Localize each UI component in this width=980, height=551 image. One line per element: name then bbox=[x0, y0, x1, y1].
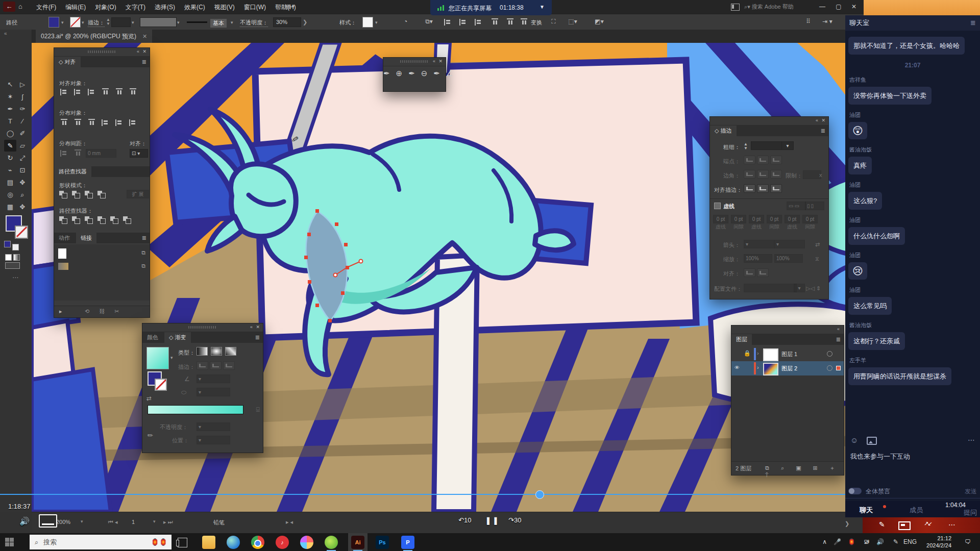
link-actions-icons[interactable]: ⟲ ⛓ ✂ bbox=[85, 308, 124, 315]
variable-width-profile[interactable] bbox=[140, 17, 177, 27]
align-middle-icon[interactable] bbox=[503, 19, 517, 27]
align-stroke-buttons[interactable] bbox=[744, 184, 783, 194]
annot-collapse-icon[interactable]: ❯ bbox=[845, 520, 849, 527]
panel-menu-icon[interactable]: ≣ bbox=[142, 59, 146, 65]
last-artboard-icon[interactable]: ▸ ⏭ bbox=[163, 519, 173, 525]
link-thumbnail[interactable] bbox=[58, 248, 66, 259]
bounding-box-icon[interactable]: ⛶ bbox=[549, 18, 558, 26]
dash-preset1[interactable]: ▭▭ bbox=[787, 202, 806, 210]
close-icon[interactable]: ✕ bbox=[821, 118, 825, 123]
hidden-icons-chevron[interactable]: ∧ bbox=[822, 538, 827, 545]
rotate-tool[interactable]: ↻ bbox=[4, 152, 16, 164]
menu-0[interactable]: 文件(F) bbox=[32, 0, 61, 15]
symbol-tool[interactable]: ◎ bbox=[4, 189, 16, 201]
layer-row-1[interactable]: 🔒 › 图层 1 bbox=[731, 347, 844, 362]
align-to-dropdown[interactable]: ⊡ ▾ bbox=[130, 149, 148, 158]
pen-tray-icon[interactable]: ✎ bbox=[893, 538, 898, 545]
preferences-icon[interactable]: ⧉▾ bbox=[425, 18, 433, 26]
grid-icon[interactable]: ⠿ bbox=[804, 18, 813, 26]
target-circle-icon[interactable] bbox=[827, 351, 832, 357]
artboard-tool[interactable]: ▦ bbox=[4, 201, 16, 213]
menu-4[interactable]: 选择(S) bbox=[150, 0, 180, 15]
file-explorer-icon[interactable] bbox=[202, 536, 215, 549]
gradient-slider[interactable] bbox=[148, 405, 243, 414]
collapse-icon[interactable]: « bbox=[433, 59, 435, 64]
close-icon[interactable]: ✕ bbox=[142, 49, 146, 54]
adobe-help-search[interactable]: ⌕▾ 搜索 Adobe 帮助 bbox=[744, 2, 816, 11]
direct-selection-tool[interactable]: ▷ bbox=[16, 79, 29, 90]
keyboard-overlay-icon[interactable] bbox=[39, 514, 57, 528]
drag-grip[interactable] bbox=[400, 60, 429, 63]
weight-dropdown-icon[interactable]: ▾ bbox=[781, 141, 794, 150]
layer-row-2[interactable]: 👁 › 图层 2 bbox=[731, 361, 844, 375]
tab-links[interactable]: 链接 bbox=[76, 233, 96, 243]
color-mini-icon[interactable] bbox=[4, 241, 11, 247]
collapse-icon[interactable]: « bbox=[137, 49, 139, 54]
panel-menu-icon[interactable]: ≣ bbox=[821, 128, 825, 134]
limit-input[interactable] bbox=[803, 170, 821, 179]
pause-icon[interactable]: ❚❚ bbox=[485, 516, 500, 525]
first-artboard-icon[interactable]: ⏮ ◂ bbox=[108, 519, 117, 525]
drag-grip[interactable] bbox=[188, 326, 217, 329]
collapse-icon[interactable]: « bbox=[816, 118, 818, 123]
align-bottom-icon[interactable] bbox=[517, 19, 531, 27]
lasso-tool[interactable]: ʃ bbox=[16, 91, 29, 103]
back-icon[interactable]: ← bbox=[3, 2, 15, 12]
stroke-proxy[interactable] bbox=[155, 379, 167, 391]
illustrator-taskbar-icon[interactable]: Ai bbox=[351, 536, 364, 549]
slice-tool[interactable]: ✥ bbox=[16, 201, 29, 213]
chat-input[interactable]: 我也来参与一下互动 bbox=[850, 452, 910, 461]
transform-link[interactable]: 变换 bbox=[531, 19, 542, 27]
workspace-switcher-icon[interactable]: ▤ ▾ bbox=[285, 3, 295, 10]
fill-color-swatch[interactable] bbox=[48, 17, 59, 28]
dash-input-0[interactable]: 0 pt虚线 bbox=[713, 215, 728, 231]
more-tools-icon[interactable]: ⋯ bbox=[12, 274, 18, 281]
opacity-input[interactable]: 30% bbox=[273, 17, 301, 27]
reverse-gradient-icon[interactable]: ⇄ bbox=[146, 395, 152, 402]
opacity-label[interactable]: 不透明度： bbox=[240, 19, 268, 27]
arrow-start-dropdown[interactable]: ▾ bbox=[744, 240, 774, 248]
mesh-tool[interactable]: ▤ bbox=[4, 177, 16, 188]
dash-inputs[interactable]: 0 pt虚线0 pt间隙0 pt虚线0 pt间隙0 pt虚线0 pt间隙 bbox=[713, 215, 825, 231]
speaker-icon[interactable]: 🔊 bbox=[876, 538, 884, 545]
expand-button[interactable]: 扩 展 bbox=[127, 190, 149, 198]
mute-all-toggle[interactable] bbox=[848, 488, 862, 494]
eyedropper-icon[interactable]: ✎ bbox=[145, 431, 155, 440]
paintbrush-tool[interactable]: ✐ bbox=[16, 128, 29, 139]
chrome-icon[interactable] bbox=[251, 536, 264, 549]
zoom-level[interactable]: 200% bbox=[56, 519, 70, 525]
taskbar-search[interactable]: ⌕ 搜索 🏮🏮 bbox=[30, 535, 172, 549]
cap-buttons[interactable] bbox=[744, 156, 783, 165]
menu-1[interactable]: 编辑(E) bbox=[61, 0, 90, 15]
target-circle-icon[interactable] bbox=[827, 365, 832, 371]
tray-app-icon[interactable]: 🏮 bbox=[848, 538, 855, 545]
none-mini-icon[interactable] bbox=[12, 244, 19, 251]
maximize-button[interactable]: ▢ bbox=[832, 0, 845, 13]
dash-input-4[interactable]: 0 pt虚线 bbox=[785, 215, 800, 231]
location-dropdown[interactable]: ▾ bbox=[197, 436, 230, 444]
playback-timeline[interactable] bbox=[0, 494, 845, 495]
photoshop-taskbar-icon[interactable]: Ps bbox=[376, 536, 389, 549]
rewind-10-icon[interactable]: ↶10 bbox=[458, 516, 471, 524]
flip-profile-icons[interactable]: ▷◁ ⇕ bbox=[806, 285, 821, 292]
dash-input-5[interactable]: 0 pt间隙 bbox=[802, 215, 818, 231]
artboard-dropdown-icon[interactable]: ▾ bbox=[153, 519, 156, 524]
distribute-spacing-buttons[interactable] bbox=[57, 150, 85, 158]
layer-name[interactable]: 图层 2 bbox=[781, 365, 797, 372]
scale-tool[interactable]: ⤢ bbox=[16, 152, 29, 164]
swap-arrows-icon[interactable]: ⇄ bbox=[815, 241, 820, 248]
stroke-weight-label[interactable]: 描边： bbox=[88, 19, 105, 27]
start-button[interactable] bbox=[5, 538, 14, 546]
layer-thumbnail[interactable] bbox=[763, 348, 778, 361]
arrow-align-buttons[interactable] bbox=[744, 268, 770, 278]
shaper-tool[interactable]: ⌁ bbox=[4, 164, 16, 176]
profile-dropdown-icon[interactable]: ▾ bbox=[794, 284, 805, 292]
visibility-eye-icon[interactable]: 👁 bbox=[734, 365, 740, 370]
annotate-pencil-icon[interactable]: ✎ bbox=[879, 520, 885, 529]
chat-messages[interactable]: 那就不知道了，还是个女孩。哈哈哈21:07吉祥鱼没带你再体验一下送外卖油团😲酱油… bbox=[845, 32, 980, 433]
send-button[interactable]: 发送 bbox=[965, 487, 977, 496]
pen-tool-icons[interactable]: ✒⊕✒⊖✒∠ bbox=[383, 69, 446, 78]
free-transform-tool[interactable]: ⊡ bbox=[16, 164, 29, 176]
panel-dock-icon[interactable]: ⇥ ▾ bbox=[820, 18, 835, 26]
menu-7[interactable]: 窗口(W) bbox=[239, 0, 271, 15]
